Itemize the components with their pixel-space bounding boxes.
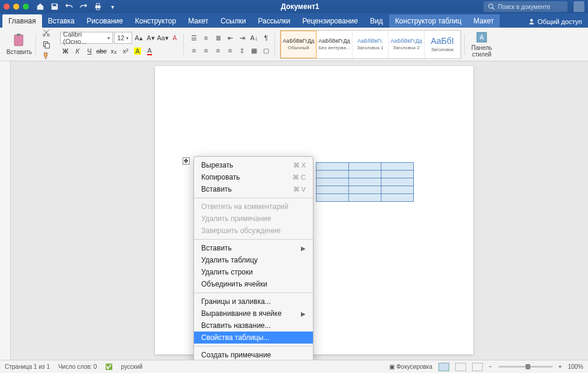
line-spacing-button[interactable]: ‡ [237,45,247,56]
tab-table-layout[interactable]: Макет [467,14,500,28]
increase-font-button[interactable]: A▴ [133,32,144,43]
underline-button[interactable]: Ч [84,46,95,56]
style-heading1[interactable]: АаБбВвГг,Заголовок 1 [353,31,389,58]
multilevel-list-button[interactable]: ≣ [213,32,223,43]
clear-formatting-button[interactable]: A [169,32,180,43]
sort-button[interactable]: A↓ [249,32,259,43]
menu-separator [194,346,313,347]
menu-delete-rows[interactable]: Удалить строки [194,266,313,278]
chevron-right-icon: ▶ [301,245,306,252]
menu-new-comment[interactable]: Создать примечание [194,349,313,360]
font-name-select[interactable]: Calibri (Осно...▾ [60,32,113,44]
clipboard-group: Вставить [4,30,35,59]
zoom-out-button[interactable]: − [489,363,493,370]
zoom-slider[interactable] [499,366,553,368]
style-heading2[interactable]: АаБбВвГгДдЗаголовок 2 [389,31,425,58]
user-avatar[interactable] [574,1,584,12]
word-count[interactable]: Число слов: 0 [58,363,97,370]
document-area[interactable]: ✥ Вырезать⌘ X Копировать⌘ C Вставить⌘ V … [11,61,588,360]
superscript-button[interactable]: x² [120,46,131,56]
svg-rect-10 [45,43,49,48]
menu-insert[interactable]: Вставить▶ [194,242,313,254]
tab-references[interactable]: Ссылки [214,14,252,28]
tab-insert[interactable]: Вставка [42,14,81,28]
strikethrough-button[interactable]: abc [96,46,107,56]
language-indicator[interactable]: русский [121,363,142,370]
align-right-button[interactable]: ≡ [213,45,223,56]
style-normal[interactable]: АаБбВвГгДдОбычный [280,31,317,58]
increase-indent-button[interactable]: ⇥ [237,32,247,43]
font-color-button[interactable]: A [144,46,155,56]
menu-delete-table[interactable]: Удалить таблицу [194,254,313,266]
menu-insert-caption[interactable]: Вставить название... [194,320,313,332]
zoom-window[interactable] [23,4,29,10]
paste-button[interactable]: Вставить [6,33,32,55]
zoom-thumb[interactable] [526,364,530,369]
table-move-handle[interactable]: ✥ [183,157,190,165]
share-button[interactable]: Общий доступ [522,16,588,28]
ribbon: Вставить Calibri (Осно...▾ 12▾ A▴ A▾ Aa▾… [0,28,588,61]
zoom-in-button[interactable]: + [559,363,562,370]
tab-draw[interactable]: Рисование [80,14,129,28]
style-no-spacing[interactable]: АаБбВвГгДдБез интерва... [317,31,353,58]
print-icon[interactable] [94,2,102,11]
menu-table-properties[interactable]: Свойства таблицы... [194,332,313,344]
undo-icon[interactable] [65,2,73,11]
change-case-button[interactable]: Aa▾ [157,32,168,43]
borders-button[interactable]: ▢ [261,45,271,56]
page-indicator[interactable]: Страница 1 из 1 [5,363,50,370]
decrease-font-button[interactable]: A▾ [145,32,156,43]
home-icon[interactable] [36,2,44,11]
menu-cut[interactable]: Вырезать⌘ X [194,159,313,171]
highlight-color-button[interactable]: A [132,46,143,56]
print-layout-view[interactable] [438,363,449,371]
outline-view[interactable] [472,363,483,371]
numbering-button[interactable]: ≡ [201,32,211,43]
show-marks-button[interactable]: ¶ [261,32,271,43]
menu-cell-alignment[interactable]: Выравнивание в ячейке▶ [194,308,313,320]
styles-pane-button[interactable]: A Панель стилей [470,31,494,58]
font-size-select[interactable]: 12▾ [114,32,132,44]
spellcheck-icon[interactable]: ✅ [105,363,112,370]
menu-copy[interactable]: Копировать⌘ C [194,171,313,183]
minimize-window[interactable] [13,4,19,10]
shading-button[interactable]: ▦ [249,45,259,56]
workspace: ✥ Вырезать⌘ X Копировать⌘ C Вставить⌘ V … [0,61,588,360]
tab-review[interactable]: Рецензирование [296,14,364,28]
zoom-level[interactable]: 100% [568,363,583,370]
clipboard-mini-group [38,30,54,59]
menu-borders-shading[interactable]: Границы и заливка... [194,296,313,308]
svg-rect-5 [14,35,23,46]
qat-customize-icon[interactable]: ▾ [108,2,117,11]
align-left-button[interactable]: ≡ [189,45,199,56]
web-layout-view[interactable] [455,363,466,371]
subscript-button[interactable]: x₂ [108,46,119,56]
document-table[interactable] [316,162,414,202]
tab-home[interactable]: Главная [2,14,42,28]
decrease-indent-button[interactable]: ⇤ [225,32,235,43]
bullets-button[interactable]: ☰ [189,32,199,43]
menu-merge-cells[interactable]: Объединить ячейки [194,278,313,290]
style-title[interactable]: АаБбIЗаголовок [425,31,461,58]
search-placeholder: Поиск в документе [498,4,550,10]
close-window[interactable] [4,4,10,10]
format-painter-button[interactable] [41,51,52,61]
tab-view[interactable]: Вид [364,14,389,28]
redo-icon[interactable] [79,2,88,11]
bold-button[interactable]: Ж [60,46,71,56]
tab-table-design[interactable]: Конструктор таблиц [389,14,468,28]
menu-paste[interactable]: Вставить⌘ V [194,183,313,195]
tab-layout[interactable]: Макет [182,14,214,28]
tab-mailings[interactable]: Рассылки [252,14,296,28]
quick-access-toolbar: ▾ [36,2,117,11]
justify-button[interactable]: ≡ [225,45,235,56]
align-center-button[interactable]: ≡ [201,45,211,56]
search-input[interactable]: Поиск в документе [483,1,568,12]
italic-button[interactable]: К [72,46,83,56]
search-icon [487,2,496,11]
focus-mode[interactable]: ▣ Фокусировка [389,363,432,370]
cut-button[interactable] [41,28,52,38]
copy-button[interactable] [41,40,52,49]
save-icon[interactable] [50,2,59,11]
tab-design[interactable]: Конструктор [129,14,182,28]
